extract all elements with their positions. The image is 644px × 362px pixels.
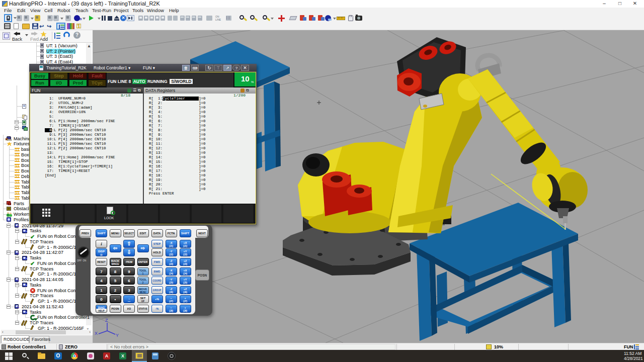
svg-text:Y: Y <box>116 333 119 338</box>
svg-text:Z: Z <box>105 318 108 323</box>
svg-text:X: X <box>95 331 98 336</box>
